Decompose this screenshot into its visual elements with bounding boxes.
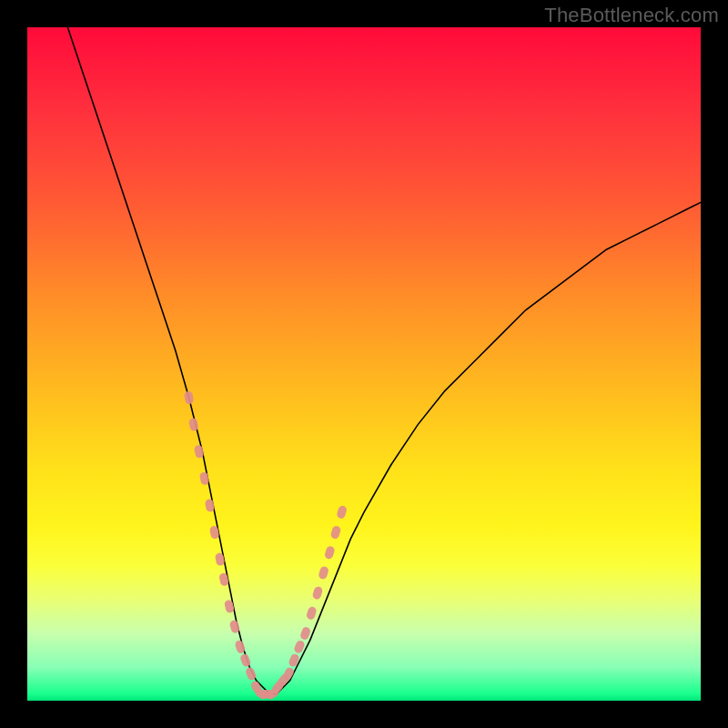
chart-root: TheBottleneck.com <box>0 0 728 728</box>
curve-marker <box>330 525 342 540</box>
chart-svg <box>27 27 701 701</box>
curve-marker <box>288 652 300 667</box>
curve-marker <box>312 586 324 601</box>
watermark-text: TheBottleneck.com <box>544 4 719 27</box>
curve-marker <box>336 505 348 520</box>
curve-marker <box>318 565 329 580</box>
curve-marker <box>184 390 194 404</box>
curve-marker <box>224 600 235 614</box>
plot-area <box>27 27 701 701</box>
bottleneck-curve <box>67 27 701 694</box>
curve-markers <box>184 390 348 701</box>
curve-marker <box>239 652 252 667</box>
curve-marker <box>299 626 311 641</box>
curve-marker <box>306 606 318 621</box>
curve-marker <box>324 545 336 560</box>
